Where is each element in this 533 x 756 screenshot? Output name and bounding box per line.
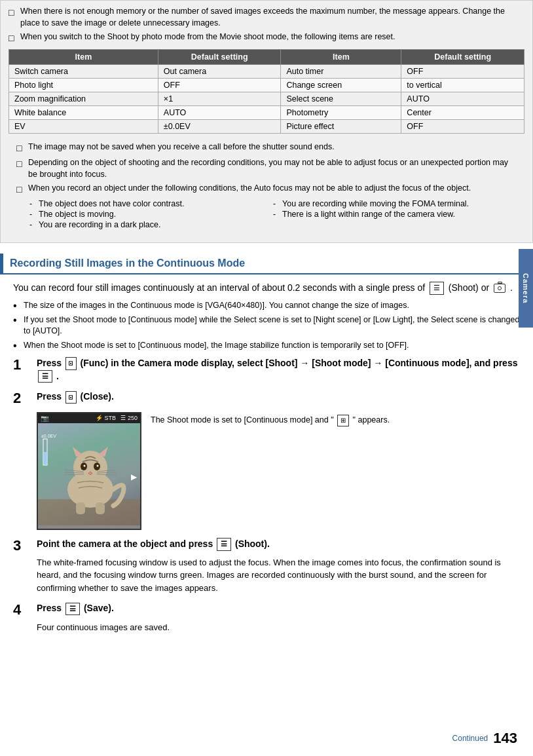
camera-bar-text: ⚡ STB ☰ 250 [96, 415, 138, 421]
sub-bullet-text: The object is moving. [39, 210, 116, 219]
table-cell-2-0: Zoom magnification [9, 92, 158, 105]
step-1-func-text: (Func) in the Camera mode display, selec… [81, 358, 518, 368]
camera-ui-bar: 📷 ⚡ STB ☰ 250 [38, 413, 140, 423]
continued-text: Continued [452, 734, 488, 743]
settings-table: Item Default setting Item Default settin… [9, 49, 524, 134]
steps-container: 1 Press ⊡ (Func) in the Camera mode disp… [13, 357, 520, 634]
svg-text:▶: ▶ [131, 472, 138, 482]
camera-screenshot: 📷 ⚡ STB ☰ 250 [37, 412, 141, 530]
step-3-main: Point the camera at the object and press [37, 539, 213, 549]
bullet-list: •The size of the images in the Continuou… [13, 300, 520, 351]
bullet-text: If you set the Shoot mode to [Continuous… [24, 314, 520, 337]
sub-dash: - [29, 210, 39, 219]
step-2-func-text: (Close). [81, 391, 114, 402]
svg-rect-19 [96, 502, 105, 514]
note-item-2: □ When you switch to the Shoot by photo … [9, 31, 524, 45]
bullet-item: •The size of the images in the Continuou… [13, 300, 520, 312]
table-cell-2-2: Select scene [281, 92, 401, 105]
kitten-svg: ±0.0EV ▶ [38, 423, 140, 525]
table-cell-0-1: Out camera [158, 64, 281, 78]
func-icon-1: ⊡ [65, 357, 77, 369]
step-3-row: 3 Point the camera at the object and pre… [13, 538, 520, 554]
camera-photo-area: ±0.0EV ▶ [38, 423, 140, 525]
page-number: 143 [493, 730, 517, 747]
sub-bullet-col-right: - You are recording while moving the FOM… [273, 199, 517, 231]
step-1: 1 Press ⊡ (Func) in the Camera mode disp… [13, 357, 520, 383]
table-cell-4-3: OFF [401, 119, 524, 133]
intro-text-suffix: (Shoot) or [449, 282, 489, 293]
intro-text-start: You can record four still images continu… [13, 282, 425, 293]
step-3-number: 3 [13, 538, 33, 554]
table-cell-0-0: Switch camera [9, 64, 158, 78]
step-4: 4 Press ☰ (Save). Four continuous images… [13, 602, 520, 633]
table-cell-4-0: EV [9, 119, 158, 133]
section-header: Recording Still Images in the Continuous… [0, 254, 533, 274]
step-2: 2 Press ⊡ (Close). 📷 ⚡ STB ☰ 250 [13, 390, 520, 529]
sub-bullet-text: The object does not have color contrast. [39, 199, 184, 208]
bullet-dot: • [13, 300, 24, 312]
camera-screenshot-wrapper: 📷 ⚡ STB ☰ 250 [37, 412, 520, 530]
sub-dash: - [29, 220, 39, 229]
sub-bullet-item: - There is a light within range of the c… [273, 210, 510, 219]
sub-dash: - [29, 199, 39, 208]
close-icon-2: ⊡ [65, 391, 77, 404]
bottom-note-text-1: The image may not be saved when you rece… [28, 142, 335, 153]
step-4-row: 4 Press ☰ (Save). [13, 602, 520, 618]
intro-text-period: . [510, 282, 513, 293]
table-cell-3-3: Center [401, 105, 524, 119]
top-notes-section: □ When there is not enough memory or the… [0, 0, 533, 243]
note-bullet-4: □ [16, 158, 28, 171]
bullet-text: When the Shoot mode is set to [Continuou… [24, 340, 409, 352]
note-bullet-1: □ [9, 7, 20, 20]
sub-bullet-list: - The object does not have color contras… [29, 199, 517, 231]
table-cell-2-3: AUTO [401, 92, 524, 105]
step-4-save: (Save). [84, 603, 114, 613]
step-1-end: . [56, 371, 59, 381]
step-2-number: 2 [13, 390, 33, 406]
step-4-body-text: Four continuous images are saved. [37, 622, 170, 632]
table-cell-2-1: ×1 [158, 92, 281, 105]
bullet-dot: • [13, 340, 24, 352]
step-1-number: 1 [13, 357, 33, 373]
table-header-default2: Default setting [401, 49, 524, 64]
bottom-note-text-3: When you record an object under the foll… [28, 183, 471, 195]
press-label-1: Press [37, 358, 62, 368]
shoot-icon-3: ☰ [217, 538, 231, 550]
svg-point-9 [84, 464, 86, 466]
press-label-2: Press [37, 391, 62, 402]
bottom-note-2: □ Depending on the object of shooting an… [16, 157, 517, 180]
table-header-default1: Default setting [158, 49, 281, 64]
caption-text: The Shoot mode is set to [Continuous mod… [151, 415, 334, 425]
page-footer: Continued 143 [452, 730, 517, 747]
bottom-notes: □ The image may not be saved when you re… [9, 138, 524, 237]
bottom-note-text-2: Depending on the object of shooting and … [28, 157, 517, 180]
table-cell-1-3: to vertical [401, 78, 524, 92]
camera-icon-bar: 📷 [41, 415, 48, 422]
note-text-2: When you switch to the Shoot by photo mo… [20, 31, 395, 43]
svg-text:±0.0EV: ±0.0EV [41, 434, 56, 438]
sub-dash: - [273, 210, 282, 219]
sub-bullet-col-left: - The object does not have color contras… [29, 199, 273, 231]
table-cell-4-2: Picture effect [281, 119, 401, 133]
camera-icon-inline [494, 284, 505, 293]
shoot-icon-inline: ☰ [430, 282, 444, 295]
caption-text-end: " appears. [353, 415, 390, 425]
table-header-item2: Item [281, 49, 401, 64]
main-content: You can record four still images continu… [0, 281, 533, 654]
sub-bullet-item: - You are recording in a dark place. [29, 220, 266, 229]
note-bullet-2: □ [9, 32, 20, 45]
sub-bullet-text: You are recording in a dark place. [39, 220, 160, 229]
sub-bullet-text: There is a light within range of the cam… [282, 210, 455, 219]
bottom-note-3: □ When you record an object under the fo… [16, 183, 517, 197]
sub-bullet-item: - The object is moving. [29, 210, 266, 219]
camera-caption: The Shoot mode is set to [Continuous mod… [151, 412, 520, 426]
table-cell-3-1: AUTO [158, 105, 281, 119]
page-wrapper: □ When there is not enough memory or the… [0, 0, 533, 756]
bottom-note-1: □ The image may not be saved when you re… [16, 142, 517, 155]
bullet-item: •When the Shoot mode is set to [Continuo… [13, 340, 520, 352]
table-cell-1-0: Photo light [9, 78, 158, 92]
table-cell-4-1: ±0.0EV [158, 119, 281, 133]
step-4-text: Press ☰ (Save). [37, 602, 520, 615]
bullet-dot: • [13, 314, 24, 326]
table-cell-0-2: Auto timer [281, 64, 401, 78]
